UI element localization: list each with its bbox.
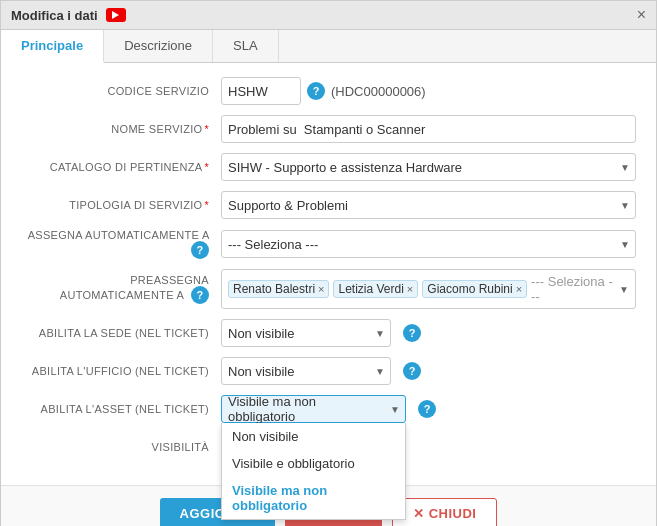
asset-select-display: Visibile ma non obbligatorio ▼ bbox=[221, 395, 406, 423]
sede-select[interactable]: Non visibile bbox=[221, 319, 391, 347]
dialog-header: Modifica i dati × bbox=[1, 1, 656, 30]
assegna-help-icon[interactable]: ? bbox=[191, 241, 209, 259]
asset-label: ABILITA L'ASSET (NEL TICKET) bbox=[21, 403, 221, 415]
asset-option-visibile-non-obbligatorio[interactable]: Visibile ma non obbligatorio bbox=[222, 477, 405, 519]
close-dialog-button[interactable]: × bbox=[637, 7, 646, 23]
tag-letizia-remove[interactable]: × bbox=[407, 283, 413, 295]
assegna-select-wrapper: --- Seleziona --- ▼ bbox=[221, 230, 636, 258]
asset-inline-wrapper: Visibile ma non obbligatorio ▼ Non visib… bbox=[221, 395, 636, 423]
codice-servizio-label: CODICE SERVIZIO bbox=[21, 85, 221, 97]
tag-letizia: Letizia Verdi × bbox=[333, 280, 418, 298]
asset-dropdown-container: Visibile ma non obbligatorio ▼ Non visib… bbox=[221, 395, 406, 423]
nome-servizio-label: NOME SERVIZIO* bbox=[21, 123, 221, 135]
tipologia-select[interactable]: Supporto & Problemi bbox=[221, 191, 636, 219]
nome-servizio-input[interactable] bbox=[221, 115, 636, 143]
tab-descrizione[interactable]: Descrizione bbox=[104, 30, 213, 62]
form-body: CODICE SERVIZIO ? (HDC00000006) NOME SER… bbox=[1, 63, 656, 485]
ufficio-row: ABILITA L'UFFICIO (NEL TICKET) Non visib… bbox=[21, 357, 636, 385]
assegna-row: ASSEGNA AUTOMATICAMENTE A ? --- Selezion… bbox=[21, 229, 636, 259]
asset-dropdown-menu: Non visibile Visibile e obbligatorio Vis… bbox=[221, 423, 406, 520]
asset-select-button[interactable]: Visibile ma non obbligatorio bbox=[221, 395, 406, 423]
sede-label: ABILITA LA SEDE (NEL TICKET) bbox=[21, 327, 221, 339]
tab-sla[interactable]: SLA bbox=[213, 30, 279, 62]
youtube-icon[interactable] bbox=[106, 8, 126, 22]
assegna-select[interactable]: --- Seleziona --- bbox=[221, 230, 636, 258]
codice-servizio-help-icon[interactable]: ? bbox=[307, 82, 325, 100]
title-area: Modifica i dati bbox=[11, 8, 126, 23]
codice-servizio-row: CODICE SERVIZIO ? (HDC00000006) bbox=[21, 77, 636, 105]
ufficio-select-wrapper: Non visibile ▼ bbox=[221, 357, 391, 385]
tipologia-label: TIPOLOGIA DI SERVIZIO* bbox=[21, 199, 221, 211]
codice-info: (HDC00000006) bbox=[331, 84, 426, 99]
visibilita-label: VISIBILITÀ bbox=[21, 441, 221, 453]
catalogo-label: CATALOGO DI PERTINENZA* bbox=[21, 161, 221, 173]
sede-inline-wrapper: Non visibile ▼ ? bbox=[221, 319, 636, 347]
assegna-label: ASSEGNA AUTOMATICAMENTE A ? bbox=[21, 229, 221, 259]
catalogo-select[interactable]: SIHW - Supporto e assistenza Hardware bbox=[221, 153, 636, 181]
tag-renato-remove[interactable]: × bbox=[318, 283, 324, 295]
tag-giacomo-remove[interactable]: × bbox=[516, 283, 522, 295]
nome-servizio-row: NOME SERVIZIO* bbox=[21, 115, 636, 143]
tab-bar: Principale Descrizione SLA bbox=[1, 30, 656, 63]
ufficio-select[interactable]: Non visibile bbox=[221, 357, 391, 385]
tipologia-select-wrapper: Supporto & Problemi ▼ bbox=[221, 191, 636, 219]
sede-help-icon[interactable]: ? bbox=[403, 324, 421, 342]
asset-row: ABILITA L'ASSET (NEL TICKET) Visibile ma… bbox=[21, 395, 636, 423]
ufficio-help-icon[interactable]: ? bbox=[403, 362, 421, 380]
sede-select-wrapper: Non visibile ▼ bbox=[221, 319, 391, 347]
sede-row: ABILITA LA SEDE (NEL TICKET) Non visibil… bbox=[21, 319, 636, 347]
preassegna-label: PREASSEGNA AUTOMATICAMENTE A ? bbox=[21, 274, 221, 304]
preassegna-help-icon[interactable]: ? bbox=[191, 286, 209, 304]
tipologia-row: TIPOLOGIA DI SERVIZIO* Supporto & Proble… bbox=[21, 191, 636, 219]
dialog-title: Modifica i dati bbox=[11, 8, 98, 23]
asset-option-non-visibile[interactable]: Non visibile bbox=[222, 423, 405, 450]
tab-principale[interactable]: Principale bbox=[1, 30, 104, 63]
tag-renato: Renato Balestri × bbox=[228, 280, 329, 298]
codice-servizio-input[interactable] bbox=[221, 77, 301, 105]
ufficio-label: ABILITA L'UFFICIO (NEL TICKET) bbox=[21, 365, 221, 377]
preassegna-arrow-icon: ▼ bbox=[619, 284, 629, 295]
preassegna-tags-container[interactable]: Renato Balestri × Letizia Verdi × Giacom… bbox=[221, 269, 636, 309]
ufficio-inline-wrapper: Non visibile ▼ ? bbox=[221, 357, 636, 385]
asset-help-icon[interactable]: ? bbox=[418, 400, 436, 418]
main-dialog: Modifica i dati × Principale Descrizione… bbox=[0, 0, 657, 526]
close-button[interactable]: ✕ CHIUDI bbox=[392, 498, 497, 526]
preassegna-placeholder: --- Seleziona --- bbox=[531, 274, 615, 304]
preassegna-row: PREASSEGNA AUTOMATICAMENTE A ? Renato Ba… bbox=[21, 269, 636, 309]
catalogo-select-wrapper: SIHW - Supporto e assistenza Hardware ▼ bbox=[221, 153, 636, 181]
catalogo-row: CATALOGO DI PERTINENZA* SIHW - Supporto … bbox=[21, 153, 636, 181]
asset-option-visibile-obbligatorio[interactable]: Visibile e obbligatorio bbox=[222, 450, 405, 477]
tag-giacomo: Giacomo Rubini × bbox=[422, 280, 527, 298]
